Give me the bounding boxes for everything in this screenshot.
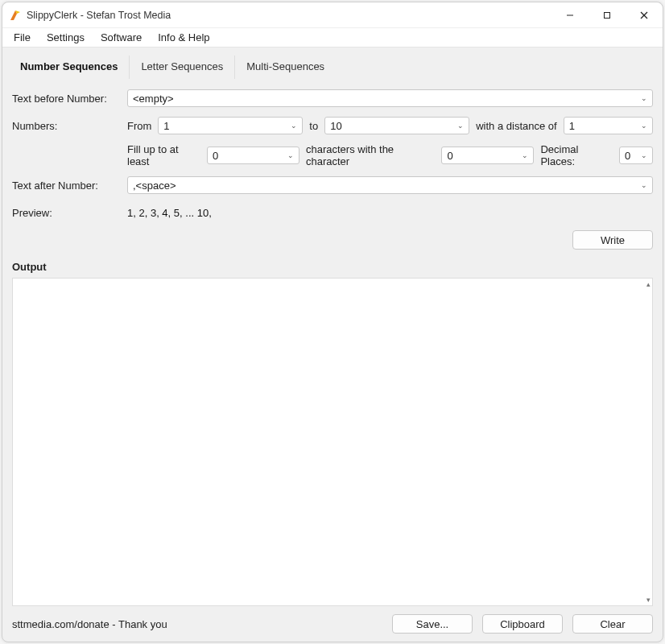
tab-letter-sequences[interactable]: Letter Sequences xyxy=(130,56,235,79)
fill-char-value: 0 xyxy=(447,150,517,162)
numbers-label: Numbers: xyxy=(12,120,121,132)
distance-label: with a distance of xyxy=(476,120,556,132)
close-button[interactable] xyxy=(626,2,663,28)
chevron-down-icon: ⌄ xyxy=(641,181,647,189)
decimal-places-label: Decimal Places: xyxy=(540,143,613,167)
distance-combo[interactable]: 1 ⌄ xyxy=(564,117,653,134)
minimize-button[interactable] xyxy=(551,2,589,28)
to-label: to xyxy=(309,120,318,132)
chevron-down-icon: ⌄ xyxy=(641,94,647,102)
svg-rect-1 xyxy=(605,12,610,18)
from-combo[interactable]: 1 ⌄ xyxy=(158,117,303,134)
menubar: File Settings Software Info & Help xyxy=(2,28,663,47)
fillup-combo[interactable]: 0 ⌄ xyxy=(207,147,299,164)
clear-button[interactable]: Clear xyxy=(572,614,653,634)
decimal-places-value: 0 xyxy=(625,150,636,162)
chevron-down-icon: ⌄ xyxy=(641,122,647,130)
maximize-button[interactable] xyxy=(589,2,626,28)
chevron-down-icon: ⌄ xyxy=(287,151,294,159)
clear-button-label: Clear xyxy=(600,618,625,630)
save-button[interactable]: Save... xyxy=(392,614,473,634)
menu-file[interactable]: File xyxy=(6,30,39,45)
chevron-down-icon: ⌄ xyxy=(457,122,464,130)
text-before-value: <empty> xyxy=(133,93,636,105)
write-button[interactable]: Write xyxy=(572,230,653,250)
menu-software[interactable]: Software xyxy=(93,30,150,45)
fill-char-combo[interactable]: 0 ⌄ xyxy=(441,147,534,164)
to-combo[interactable]: 10 ⌄ xyxy=(324,117,469,134)
app-window: SlippyClerk - Stefan Trost Media File Se… xyxy=(2,2,663,642)
from-label: From xyxy=(127,120,151,132)
clipboard-button-label: Clipboard xyxy=(500,618,545,630)
tab-multi-sequences[interactable]: Multi-Sequences xyxy=(235,56,336,79)
text-after-combo[interactable]: ,<space> ⌄ xyxy=(127,176,653,194)
preview-value: 1, 2, 3, 4, 5, ... 10, xyxy=(127,207,212,219)
menu-settings[interactable]: Settings xyxy=(39,30,93,45)
decimal-places-combo[interactable]: 0 ⌄ xyxy=(619,147,653,164)
scroll-up-icon[interactable]: ▴ xyxy=(646,280,651,288)
tab-number-sequences[interactable]: Number Sequences xyxy=(9,56,130,79)
from-value: 1 xyxy=(163,120,286,132)
text-before-combo[interactable]: <empty> ⌄ xyxy=(127,89,653,107)
write-button-label: Write xyxy=(601,234,625,246)
clipboard-button[interactable]: Clipboard xyxy=(482,614,563,634)
menu-info-help[interactable]: Info & Help xyxy=(150,30,217,45)
preview-label: Preview: xyxy=(12,207,121,219)
text-after-value: ,<space> xyxy=(133,180,636,192)
output-textarea[interactable]: ▴ ▾ xyxy=(12,278,653,606)
output-label: Output xyxy=(2,258,663,278)
chevron-down-icon: ⌄ xyxy=(522,151,528,159)
app-icon xyxy=(9,9,22,22)
text-after-label: Text after Number: xyxy=(12,180,121,192)
bottom-bar: sttmedia.com/donate - Thank you Save... … xyxy=(2,606,663,642)
save-button-label: Save... xyxy=(416,618,448,630)
window-title: SlippyClerk - Stefan Trost Media xyxy=(27,10,171,21)
titlebar: SlippyClerk - Stefan Trost Media xyxy=(2,2,663,28)
status-text: sttmedia.com/donate - Thank you xyxy=(12,618,167,630)
fillup-label: Fill up to at least xyxy=(127,143,200,167)
fillup-value: 0 xyxy=(213,150,283,162)
text-before-label: Text before Number: xyxy=(12,93,121,105)
distance-value: 1 xyxy=(569,120,636,132)
chars-with-label: characters with the character xyxy=(306,143,435,167)
tab-bar: Number Sequences Letter Sequences Multi-… xyxy=(2,47,663,79)
form-area: Text before Number: <empty> ⌄ Numbers: F… xyxy=(2,79,663,258)
chevron-down-icon: ⌄ xyxy=(291,122,297,130)
chevron-down-icon: ⌄ xyxy=(641,151,647,159)
to-value: 10 xyxy=(330,120,452,132)
scroll-down-icon[interactable]: ▾ xyxy=(646,596,651,604)
